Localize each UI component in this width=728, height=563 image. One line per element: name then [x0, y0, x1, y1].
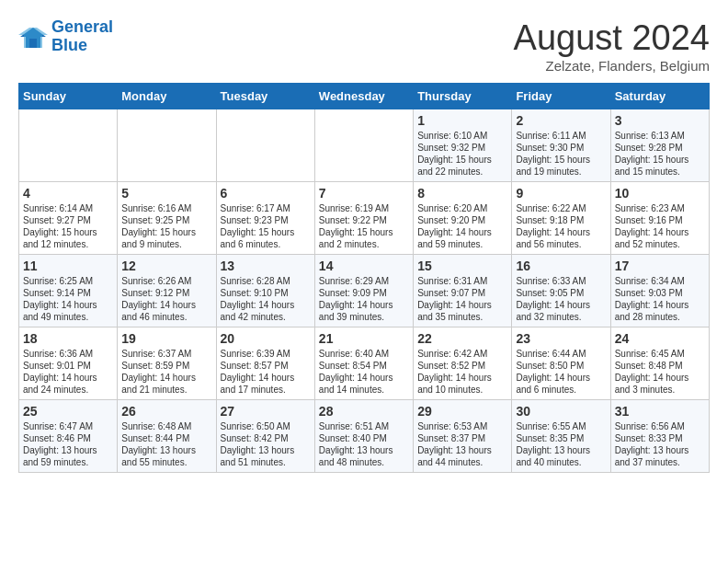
weekday-header: Thursday: [414, 84, 512, 109]
calendar-cell: 20Sunrise: 6:39 AMSunset: 8:57 PMDayligh…: [216, 327, 314, 400]
day-number: 2: [516, 113, 606, 128]
calendar-cell: 30Sunrise: 6:55 AMSunset: 8:35 PMDayligh…: [512, 400, 610, 473]
weekday-header-row: SundayMondayTuesdayWednesdayThursdayFrid…: [19, 84, 710, 109]
calendar-cell: 4Sunrise: 6:14 AMSunset: 9:27 PMDaylight…: [19, 182, 118, 255]
day-info-line: Sunset: 9:30 PM: [516, 142, 606, 154]
day-number: 9: [516, 186, 606, 201]
day-info-line: Daylight: 14 hours and 21 minutes.: [121, 372, 211, 396]
day-info-line: Daylight: 14 hours and 3 minutes.: [615, 372, 705, 396]
calendar-week-row: 18Sunrise: 6:36 AMSunset: 9:01 PMDayligh…: [19, 327, 710, 400]
weekday-header: Saturday: [610, 84, 709, 109]
day-info-line: Sunset: 9:22 PM: [319, 214, 409, 226]
day-info-line: Daylight: 14 hours and 10 minutes.: [417, 372, 507, 396]
day-info-line: Sunset: 8:48 PM: [615, 360, 705, 372]
day-info-line: Daylight: 15 hours and 15 minutes.: [615, 154, 705, 178]
calendar-cell: 2Sunrise: 6:11 AMSunset: 9:30 PMDaylight…: [512, 109, 610, 182]
day-number: 7: [319, 186, 409, 201]
day-info-line: Daylight: 14 hours and 14 minutes.: [319, 372, 409, 396]
day-info-line: Sunrise: 6:42 AM: [417, 348, 507, 360]
day-number: 11: [23, 259, 113, 273]
day-info-line: Sunrise: 6:45 AM: [615, 348, 705, 360]
day-info-line: Daylight: 14 hours and 46 minutes.: [121, 299, 211, 323]
calendar-cell: 14Sunrise: 6:29 AMSunset: 9:09 PMDayligh…: [314, 255, 413, 327]
calendar-cell: 23Sunrise: 6:44 AMSunset: 8:50 PMDayligh…: [512, 327, 610, 400]
day-info-line: Sunrise: 6:10 AM: [417, 130, 507, 142]
day-info-line: Daylight: 15 hours and 22 minutes.: [417, 154, 507, 178]
day-info-line: Sunrise: 6:34 AM: [615, 275, 705, 287]
day-number: 20: [221, 331, 311, 346]
day-info-line: Daylight: 14 hours and 56 minutes.: [516, 226, 606, 250]
logo: General Blue: [18, 18, 113, 55]
day-info-line: Sunrise: 6:26 AM: [121, 275, 211, 287]
day-info-line: Sunrise: 6:20 AM: [417, 202, 507, 214]
day-number: 1: [417, 113, 507, 128]
calendar-cell: 12Sunrise: 6:26 AMSunset: 9:12 PMDayligh…: [118, 255, 216, 327]
day-info-line: Sunset: 9:25 PM: [121, 214, 211, 226]
calendar-cell: 17Sunrise: 6:34 AMSunset: 9:03 PMDayligh…: [610, 255, 709, 327]
calendar-cell: [216, 109, 314, 182]
calendar-week-row: 25Sunrise: 6:47 AMSunset: 8:46 PMDayligh…: [19, 400, 710, 473]
weekday-header: Wednesday: [314, 84, 413, 109]
day-info-line: Daylight: 14 hours and 6 minutes.: [516, 372, 606, 396]
day-number: 4: [23, 186, 113, 201]
day-info-line: Sunset: 9:03 PM: [615, 287, 705, 299]
day-info-line: Daylight: 14 hours and 39 minutes.: [319, 299, 409, 323]
calendar-cell: [118, 109, 216, 182]
day-info-line: Sunrise: 6:29 AM: [319, 275, 409, 287]
calendar-cell: 8Sunrise: 6:20 AMSunset: 9:20 PMDaylight…: [414, 182, 512, 255]
day-info-line: Sunset: 9:32 PM: [417, 142, 507, 154]
weekday-header: Sunday: [19, 84, 118, 109]
day-info-line: Sunset: 9:05 PM: [516, 287, 606, 299]
calendar-cell: 15Sunrise: 6:31 AMSunset: 9:07 PMDayligh…: [414, 255, 512, 327]
day-info-line: Sunrise: 6:11 AM: [516, 130, 606, 142]
calendar-cell: 7Sunrise: 6:19 AMSunset: 9:22 PMDaylight…: [314, 182, 413, 255]
day-info-line: Sunrise: 6:31 AM: [417, 275, 507, 287]
calendar-week-row: 4Sunrise: 6:14 AMSunset: 9:27 PMDaylight…: [19, 182, 710, 255]
day-info-line: Daylight: 14 hours and 24 minutes.: [23, 372, 113, 396]
calendar-cell: 6Sunrise: 6:17 AMSunset: 9:23 PMDaylight…: [216, 182, 314, 255]
day-number: 10: [615, 186, 705, 201]
day-number: 15: [417, 259, 507, 273]
calendar-table: SundayMondayTuesdayWednesdayThursdayFrid…: [18, 83, 710, 473]
day-number: 24: [615, 331, 705, 346]
day-info-line: Daylight: 14 hours and 42 minutes.: [221, 299, 311, 323]
day-info-line: Sunset: 9:14 PM: [23, 287, 113, 299]
day-number: 8: [417, 186, 507, 201]
day-info-line: Sunrise: 6:13 AM: [615, 130, 705, 142]
logo-general: General: [51, 17, 113, 36]
day-info-line: Daylight: 14 hours and 59 minutes.: [417, 226, 507, 250]
day-info-line: Daylight: 15 hours and 19 minutes.: [516, 154, 606, 178]
day-info-line: Sunset: 8:52 PM: [417, 360, 507, 372]
day-info-line: Sunset: 9:20 PM: [417, 214, 507, 226]
day-info-line: Sunset: 8:37 PM: [417, 432, 507, 444]
day-info-line: Daylight: 13 hours and 40 minutes.: [516, 444, 606, 468]
day-info-line: Sunset: 9:12 PM: [121, 287, 211, 299]
calendar-cell: 5Sunrise: 6:16 AMSunset: 9:25 PMDaylight…: [118, 182, 216, 255]
day-info-line: Daylight: 14 hours and 28 minutes.: [615, 299, 705, 323]
calendar-cell: 9Sunrise: 6:22 AMSunset: 9:18 PMDaylight…: [512, 182, 610, 255]
calendar-cell: 19Sunrise: 6:37 AMSunset: 8:59 PMDayligh…: [118, 327, 216, 400]
calendar-cell: 24Sunrise: 6:45 AMSunset: 8:48 PMDayligh…: [610, 327, 709, 400]
calendar-cell: 13Sunrise: 6:28 AMSunset: 9:10 PMDayligh…: [216, 255, 314, 327]
day-info-line: Sunrise: 6:25 AM: [23, 275, 113, 287]
day-info-line: Daylight: 13 hours and 59 minutes.: [23, 444, 113, 468]
day-info-line: Daylight: 14 hours and 52 minutes.: [615, 226, 705, 250]
day-info-line: Daylight: 15 hours and 2 minutes.: [319, 226, 409, 250]
day-info-line: Sunset: 9:28 PM: [615, 142, 705, 154]
day-info-line: Sunrise: 6:33 AM: [516, 275, 606, 287]
day-number: 31: [615, 404, 705, 419]
day-info-line: Daylight: 13 hours and 51 minutes.: [221, 444, 311, 468]
calendar-cell: 3Sunrise: 6:13 AMSunset: 9:28 PMDaylight…: [610, 109, 709, 182]
weekday-header: Friday: [512, 84, 610, 109]
day-info-line: Sunrise: 6:53 AM: [417, 420, 507, 432]
title-block: August 2024 Zelzate, Flanders, Belgium: [514, 18, 710, 74]
day-number: 25: [23, 404, 113, 419]
day-info-line: Daylight: 13 hours and 48 minutes.: [319, 444, 409, 468]
day-number: 23: [516, 331, 606, 346]
logo-blue: Blue: [51, 36, 87, 54]
day-info-line: Sunset: 8:54 PM: [319, 360, 409, 372]
calendar-week-row: 1Sunrise: 6:10 AMSunset: 9:32 PMDaylight…: [19, 109, 710, 182]
day-number: 19: [121, 331, 211, 346]
day-info-line: Sunset: 8:46 PM: [23, 432, 113, 444]
day-number: 22: [417, 331, 507, 346]
